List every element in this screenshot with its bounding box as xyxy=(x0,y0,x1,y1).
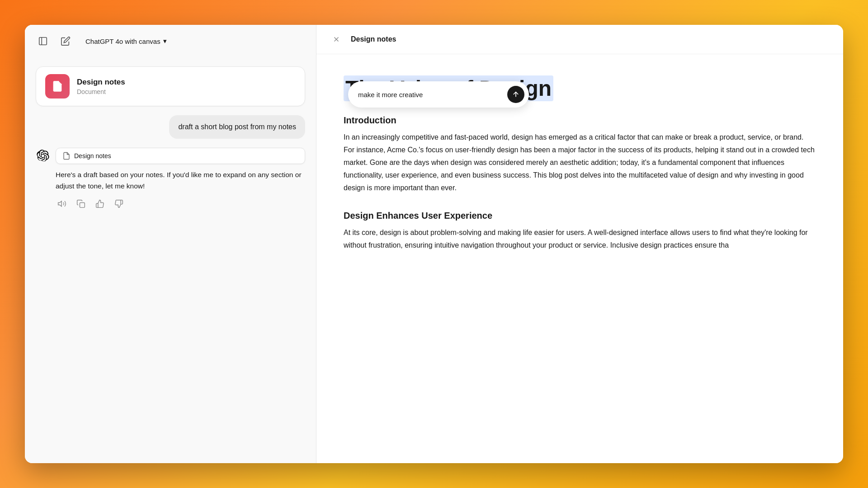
section2-paragraph: At its core, design is about problem-sol… xyxy=(344,226,816,252)
right-top-bar: Design notes xyxy=(316,25,843,54)
close-panel-button[interactable] xyxy=(329,32,344,47)
card-subtitle: Document xyxy=(77,88,125,95)
assistant-response-text: Here's a draft based on your notes. If y… xyxy=(56,169,305,192)
model-label: ChatGPT 4o with canvas xyxy=(85,38,160,45)
thumbs-up-button[interactable] xyxy=(94,197,106,210)
left-panel: ChatGPT 4o with canvas ▾ Design notes xyxy=(25,25,316,463)
design-notes-ref-button[interactable]: Design notes xyxy=(56,148,305,164)
new-chat-button[interactable] xyxy=(57,33,74,49)
assistant-row: Design notes Here's a draft based on you… xyxy=(36,148,305,210)
assistant-avatar xyxy=(36,149,50,163)
svg-marker-4 xyxy=(58,201,62,206)
document-content: The Value of Design Introduction In an i… xyxy=(316,54,843,463)
floating-send-button[interactable] xyxy=(507,86,524,103)
design-notes-card[interactable]: Design notes Document xyxy=(36,66,305,106)
card-title: Design notes xyxy=(77,78,125,87)
right-panel: Design notes The Value of Design Introdu… xyxy=(316,25,843,463)
panel-title: Design notes xyxy=(351,35,396,43)
floating-input-wrapper xyxy=(348,81,529,108)
model-selector-button[interactable]: ChatGPT 4o with canvas ▾ xyxy=(80,34,172,48)
doc-icon-wrapper xyxy=(45,74,70,99)
assistant-content: Design notes Here's a draft based on you… xyxy=(56,148,305,210)
speak-button[interactable] xyxy=(56,197,68,210)
floating-edit-input[interactable] xyxy=(358,91,503,99)
ref-button-label: Design notes xyxy=(74,152,111,160)
chevron-down-icon: ▾ xyxy=(163,37,167,45)
section2-title: Design Enhances User Experience xyxy=(344,211,816,221)
chat-area: Design notes Document draft a short blog… xyxy=(25,57,316,463)
app-window: ChatGPT 4o with canvas ▾ Design notes xyxy=(25,25,843,463)
thumbs-down-button[interactable] xyxy=(113,197,125,210)
intro-label: Introduction xyxy=(344,115,816,126)
feedback-row xyxy=(56,197,305,210)
svg-rect-0 xyxy=(39,38,47,45)
sidebar-toggle-button[interactable] xyxy=(35,33,51,49)
copy-button[interactable] xyxy=(75,197,87,210)
card-text-group: Design notes Document xyxy=(77,78,125,95)
intro-paragraph: In an increasingly competitive and fast-… xyxy=(344,131,816,194)
user-message: draft a short blog post from my notes xyxy=(169,115,305,139)
top-bar: ChatGPT 4o with canvas ▾ xyxy=(25,25,316,57)
svg-rect-5 xyxy=(80,202,85,207)
